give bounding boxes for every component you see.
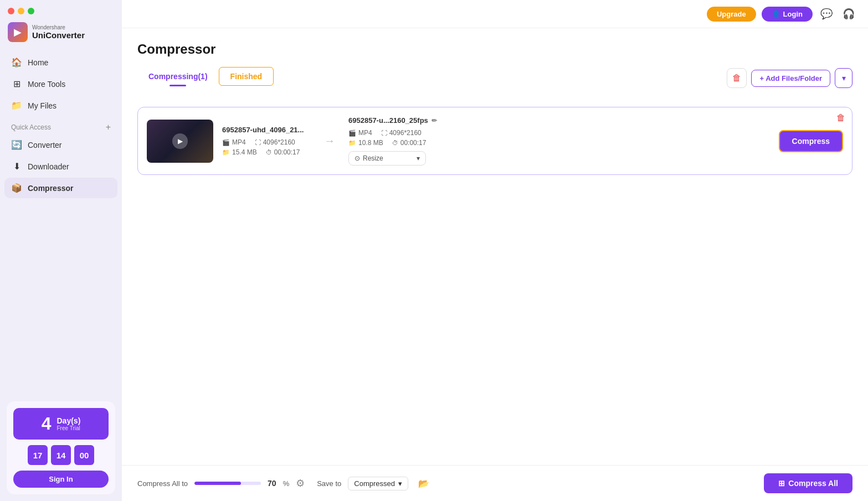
thumbnail-image: ▶ <box>147 120 213 163</box>
downloader-icon: ⬇ <box>11 161 22 172</box>
source-format-value: MP4 <box>232 138 246 146</box>
resize-dropdown-arrow: ▾ <box>417 154 420 162</box>
output-format: 🎬 MP4 <box>348 129 372 137</box>
sidebar-item-my-files[interactable]: 📁 My Files <box>4 95 117 116</box>
source-size: 📁 15.4 MB <box>222 148 257 156</box>
source-meta-row2: 📁 15.4 MB ⏱ 00:00:17 <box>222 148 311 156</box>
play-button[interactable]: ▶ <box>172 133 188 149</box>
output-size: 📁 10.8 MB <box>348 139 383 147</box>
trial-signin-button[interactable]: Sign In <box>13 471 109 488</box>
sub-nav: 🔄 Converter ⬇ Downloader 📦 Compressor <box>0 135 122 198</box>
output-resolution-value: 4096*2160 <box>389 129 422 137</box>
arrow-divider: → <box>324 135 335 147</box>
close-button[interactable] <box>8 8 14 14</box>
clock-icon: ⏱ <box>266 149 272 156</box>
delete-button[interactable]: 🗑 <box>727 68 747 88</box>
output-duration: ⏱ 00:00:17 <box>392 139 427 147</box>
compress-all-button[interactable]: ⊞ Compress All <box>764 473 852 493</box>
resize-icon: ⊙ <box>355 154 360 162</box>
upgrade-button[interactable]: Upgrade <box>707 7 756 22</box>
tab-bar: Compressing(1) Finished <box>137 67 274 86</box>
trial-label-block: Day(s) Free Trial <box>57 416 81 431</box>
source-filename: 6952857-uhd_4096_21... <box>222 126 311 134</box>
delete-item-button[interactable]: 🗑 <box>836 113 845 123</box>
save-location-value: Compressed <box>354 479 395 488</box>
trial-digit-minutes: 14 <box>51 445 71 465</box>
sidebar-item-label: More Tools <box>28 80 65 89</box>
trial-sublabel: Free Trial <box>57 425 81 431</box>
compress-all-icon: ⊞ <box>778 479 785 488</box>
chevron-down-icon: ▾ <box>842 74 846 82</box>
progress-fill <box>194 482 241 485</box>
toolbar: 🗑 + Add Files/Folder ▾ <box>727 68 852 88</box>
sidebar-spacer <box>0 198 122 392</box>
main-nav: 🏠 Home ⊞ More Tools 📁 My Files <box>0 52 122 116</box>
sidebar: ▶ Wondershare UniConverter 🏠 Home ⊞ More… <box>0 0 122 501</box>
resize-dropdown[interactable]: ⊙ Resize ▾ <box>348 151 426 166</box>
vendor-name: Wondershare <box>32 24 85 30</box>
maximize-button[interactable] <box>28 8 34 14</box>
output-meta-row1: 🎬 MP4 ⛶ 4096*2160 <box>348 129 437 137</box>
output-resolution: ⛶ 4096*2160 <box>381 129 422 137</box>
output-name-row: 6952857-u...2160_25fps ✏ <box>348 116 437 125</box>
sidebar-item-more-tools[interactable]: ⊞ More Tools <box>4 74 117 94</box>
my-files-icon: 📁 <box>11 100 22 111</box>
output-size-value: 10.8 MB <box>358 139 383 147</box>
tab-finished[interactable]: Finished <box>219 67 274 86</box>
resolution-icon: ⛶ <box>381 130 387 136</box>
percent-sign: % <box>283 479 290 488</box>
window-controls <box>0 0 122 19</box>
add-files-button[interactable]: + Add Files/Folder <box>751 70 830 87</box>
compress-button[interactable]: Compress <box>779 130 843 152</box>
compress-all-to-label: Compress All to <box>137 479 188 488</box>
source-info: 6952857-uhd_4096_21... 🎬 MP4 ⛶ 4096*2160 <box>222 126 311 156</box>
logo-icon: ▶ <box>8 22 28 42</box>
trial-countdown: 17 14 00 <box>28 445 94 465</box>
save-location-dropdown[interactable]: Compressed ▾ <box>348 477 408 490</box>
compress-all-label: Compress All <box>788 479 838 488</box>
page-title: Compressor <box>137 42 852 57</box>
quick-access-section: Quick Access + <box>0 116 122 135</box>
file-thumbnail: ▶ <box>147 120 213 163</box>
headphones-icon[interactable]: 🎧 <box>840 6 857 22</box>
source-format: 🎬 MP4 <box>222 138 246 146</box>
save-to-label: Save to <box>317 479 341 488</box>
sidebar-item-compressor[interactable]: 📦 Compressor <box>4 178 117 198</box>
file-card: ▶ 6952857-uhd_4096_21... 🎬 MP4 ⛶ 4096*21… <box>137 107 852 175</box>
login-label: Login <box>783 10 803 18</box>
sidebar-item-converter[interactable]: 🔄 Converter <box>4 135 117 155</box>
progress-track <box>194 482 261 485</box>
trial-digit-seconds: 00 <box>74 445 94 465</box>
browse-folder-icon[interactable]: 📂 <box>418 478 429 489</box>
format-icon: 🎬 <box>222 139 230 146</box>
sidebar-item-label: Home <box>28 58 48 67</box>
source-meta-row1: 🎬 MP4 ⛶ 4096*2160 <box>222 138 311 146</box>
chat-icon[interactable]: 💬 <box>818 6 835 22</box>
sidebar-item-home[interactable]: 🏠 Home <box>4 52 117 73</box>
output-meta: 🎬 MP4 ⛶ 4096*2160 📁 10.8 MB <box>348 129 437 147</box>
app-name: UniConverter <box>32 30 85 40</box>
login-button[interactable]: 👤 Login <box>762 7 813 22</box>
bottom-bar: Compress All to 70 % ⚙ Save to Compresse… <box>122 465 868 501</box>
save-location-arrow: ▾ <box>398 479 402 488</box>
settings-icon[interactable]: ⚙ <box>296 477 305 489</box>
sidebar-item-label: Compressor <box>28 184 73 193</box>
source-duration-value: 00:00:17 <box>274 148 300 156</box>
folder-icon: 📁 <box>348 140 356 147</box>
tab-compressing[interactable]: Compressing(1) <box>137 68 219 85</box>
format-icon: 🎬 <box>348 130 356 137</box>
output-filename: 6952857-u...2160_25fps <box>348 116 428 125</box>
source-resolution: ⛶ 4096*2160 <box>255 138 295 146</box>
trial-days-label: Day(s) <box>57 416 81 425</box>
trial-days-banner: 4 Day(s) Free Trial <box>13 408 109 440</box>
quick-access-add-button[interactable]: + <box>106 122 111 132</box>
edit-icon[interactable]: ✏ <box>432 117 437 125</box>
trial-days-number: 4 <box>42 414 52 434</box>
output-duration-value: 00:00:17 <box>400 139 427 147</box>
add-files-dropdown-button[interactable]: ▾ <box>835 68 852 88</box>
compressor-icon: 📦 <box>11 183 22 193</box>
sidebar-item-downloader[interactable]: ⬇ Downloader <box>4 156 117 177</box>
quick-access-label: Quick Access <box>11 123 51 131</box>
source-resolution-value: 4096*2160 <box>263 138 295 146</box>
minimize-button[interactable] <box>18 8 24 14</box>
